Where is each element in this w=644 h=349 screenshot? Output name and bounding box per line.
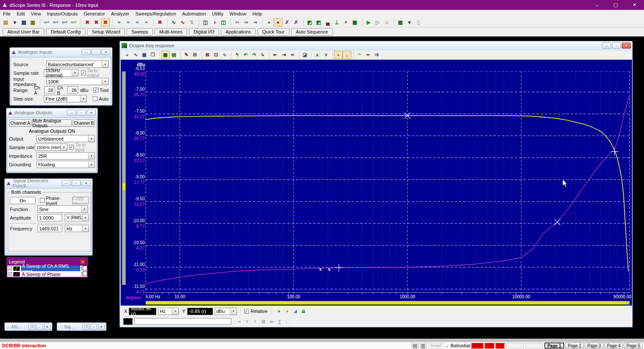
analogue-output-settings-button[interactable]: OUT bbox=[60, 18, 69, 27]
remove-trace-button[interactable]: ∿ bbox=[131, 51, 140, 59]
menu-item[interactable]: Inputs/Outputs bbox=[44, 11, 81, 17]
dropdown-caret-icon[interactable] bbox=[82, 214, 88, 221]
input-impedance-dropdown[interactable]: 100K bbox=[46, 78, 109, 85]
save-trace-button[interactable]: ▦ bbox=[140, 51, 149, 59]
user-bar-button[interactable]: Setup Wizard bbox=[87, 28, 125, 36]
analogue-inputs-titlebar[interactable]: Analogue Inputs — ▫ ✕ bbox=[10, 48, 112, 56]
cursor-left-button[interactable]: ⇤ bbox=[271, 51, 279, 59]
mute-analogue-outputs-button[interactable]: Mute Analogue Outputs bbox=[32, 119, 72, 127]
window-minimize-button[interactable]: — bbox=[67, 110, 76, 116]
channel-a-settings-button[interactable]: CA bbox=[233, 18, 242, 27]
trace-next-button[interactable]: ↷ bbox=[250, 51, 258, 59]
page-4-button[interactable]: Page 4 bbox=[605, 343, 623, 349]
dropdown-caret-icon[interactable] bbox=[82, 225, 88, 232]
auto-checkbox[interactable] bbox=[93, 96, 97, 101]
y-unit-dropdown[interactable]: dBu bbox=[215, 308, 237, 315]
generator-function-b-button[interactable]: ∿ bbox=[178, 18, 187, 27]
annotation-color-swatch[interactable] bbox=[123, 318, 133, 325]
channel-a-button[interactable]: Channel A bbox=[9, 119, 31, 127]
marker-remove-button[interactable]: ⋎ bbox=[322, 51, 330, 59]
dropdown-caret-icon[interactable] bbox=[80, 95, 86, 102]
function-dropdown[interactable]: Sine bbox=[37, 205, 88, 213]
grounding-dropdown[interactable]: Floating bbox=[36, 161, 95, 168]
legend-visibility-checkbox[interactable] bbox=[8, 266, 12, 270]
generator-on-toggle[interactable]: On bbox=[10, 197, 36, 204]
amplitude-field[interactable]: 1.0000 bbox=[37, 214, 62, 221]
tie-to-output-checkbox[interactable] bbox=[81, 70, 86, 75]
calibrate-button[interactable]: ⊥ bbox=[332, 18, 341, 27]
minimize-button[interactable]: – bbox=[587, 0, 606, 10]
analogue-outputs-titlebar[interactable]: Analogue Outputs — ▫ ✕ bbox=[6, 108, 97, 117]
window-restore-button[interactable]: ▫ bbox=[91, 49, 100, 55]
window-restore-button[interactable]: ❐ bbox=[82, 324, 89, 330]
snap-cursor-button[interactable]: + bbox=[334, 51, 343, 59]
frequency-unit-dropdown[interactable]: Hz bbox=[65, 225, 89, 232]
user-bar-button[interactable]: Applications bbox=[221, 28, 255, 36]
page-3-button[interactable]: Page 3 bbox=[585, 343, 604, 349]
window-maximize-button[interactable]: ▫ bbox=[90, 324, 97, 330]
annotation-input[interactable] bbox=[134, 318, 231, 325]
channel-ab-settings-button[interactable]: AB bbox=[251, 18, 260, 27]
phase-invert-checkbox[interactable] bbox=[40, 198, 45, 203]
legend-visibility-checkbox[interactable] bbox=[8, 272, 12, 276]
applications-button[interactable]: ⌂ bbox=[382, 18, 391, 27]
monitor-window-button[interactable]: ▩ bbox=[350, 18, 359, 27]
dropdown-caret-icon[interactable] bbox=[172, 308, 178, 315]
restore-button[interactable]: ▢ bbox=[606, 0, 625, 10]
save-config-as-button[interactable]: ▦ bbox=[28, 18, 37, 27]
user-bar-button[interactable]: Quick Tour bbox=[258, 28, 289, 36]
add-trace-button[interactable]: + bbox=[123, 51, 131, 59]
sample-rate-dropdown[interactable]: 192kHz (internal) bbox=[44, 69, 79, 77]
outputs-off-button[interactable]: ● bbox=[273, 18, 283, 27]
center-trace-button[interactable]: ≂ bbox=[288, 51, 297, 59]
window-close-button[interactable]: ✕ bbox=[44, 324, 51, 330]
dropdown-caret-icon[interactable] bbox=[102, 61, 108, 67]
pan-button[interactable]: ◪ bbox=[301, 51, 309, 59]
legend-close-button[interactable]: x bbox=[80, 259, 85, 264]
menu-item[interactable]: File bbox=[0, 11, 14, 17]
page-5-button[interactable]: Page 5 bbox=[624, 343, 643, 349]
graph-titlebar[interactable]: Octave freq response — ▫ ✕ bbox=[120, 41, 632, 50]
cursor-right-button[interactable]: ⇥ bbox=[279, 51, 288, 59]
window-close-button[interactable]: ✕ bbox=[98, 324, 105, 330]
digital-output-mute-a-button[interactable]: ✖ bbox=[83, 18, 92, 27]
copy-button[interactable]: Copy >> bbox=[72, 197, 89, 204]
abort-all-button[interactable]: ✗ bbox=[292, 18, 301, 27]
close-button[interactable]: ✕ bbox=[625, 0, 644, 10]
menu-item[interactable]: Automation bbox=[179, 11, 209, 17]
copy-trace-icon[interactable] bbox=[82, 266, 85, 270]
frequency-field[interactable]: 1469.021 bbox=[37, 225, 62, 232]
window-maximize-button[interactable]: ▫ bbox=[36, 324, 43, 330]
grid-setup-button[interactable]: ⊞ bbox=[191, 51, 199, 59]
analogue-input-monitor-button[interactable]: IN bbox=[115, 18, 124, 27]
amplitude-unit-dropdown[interactable]: V (RMS) bbox=[65, 214, 89, 221]
legend-row-amplitude[interactable]: ╱ A Sweep of Ch A RMS ampl bbox=[7, 266, 87, 271]
trace-a-sweep-of-phase[interactable] bbox=[146, 95, 630, 284]
tie-to-input-checkbox[interactable] bbox=[69, 145, 74, 150]
horizontal-scrollbar[interactable] bbox=[146, 301, 630, 305]
legend-entry-label[interactable]: A Sweep of Ch A RMS ampl bbox=[21, 266, 80, 271]
digital-output-mute-b-button[interactable]: ✖ bbox=[92, 18, 101, 27]
graph-close-button[interactable]: ✕ bbox=[622, 43, 631, 49]
trace-table-button[interactable]: ▤ bbox=[170, 51, 178, 59]
window-close-button[interactable]: ✕ bbox=[87, 110, 96, 116]
minimized-signal-window[interactable]: Sig... ❐▫✕ bbox=[57, 322, 106, 331]
fit-trace-button[interactable]: ∿ bbox=[220, 51, 229, 59]
window-restore-button[interactable]: ▫ bbox=[77, 110, 86, 116]
clear-x-button[interactable]: ☓ bbox=[243, 318, 251, 325]
limit-lines-button[interactable]: ≂ bbox=[364, 51, 372, 59]
stats-button[interactable]: ≔ bbox=[267, 318, 276, 325]
clear-all-button[interactable]: ⊠ bbox=[259, 318, 267, 325]
limits-button[interactable]: ∟ bbox=[284, 318, 292, 325]
menu-item[interactable]: Edit bbox=[14, 11, 28, 17]
user-bar-button[interactable]: Multi-tones bbox=[155, 28, 187, 36]
graph-restore-button[interactable]: ▫ bbox=[612, 43, 621, 49]
digital-input-mute-button[interactable]: ✖ bbox=[155, 18, 164, 27]
analogue-input-settings-button[interactable]: IN bbox=[133, 18, 142, 27]
user-bar-button[interactable]: About User Bar bbox=[3, 28, 44, 36]
impedance-dropdown[interactable]: 25R bbox=[36, 152, 95, 159]
menu-item[interactable]: View bbox=[28, 11, 44, 17]
dropdown-caret-icon[interactable] bbox=[102, 78, 108, 85]
analogue-input-analyzer-button[interactable]: IN bbox=[142, 18, 151, 27]
graph-minimize-button[interactable]: — bbox=[602, 43, 611, 49]
